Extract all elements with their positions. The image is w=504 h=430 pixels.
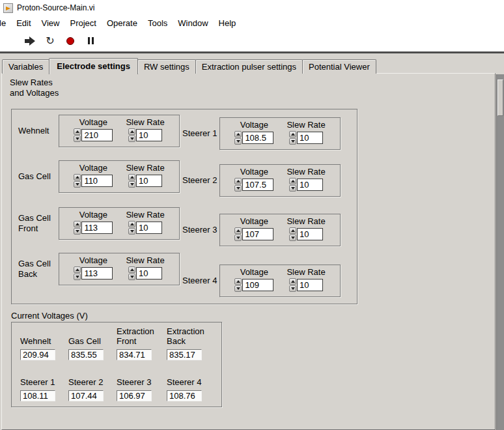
run-button[interactable]: [23, 35, 36, 48]
voltage-field[interactable]: 109: [242, 279, 273, 291]
voltage-increment-button[interactable]: [74, 221, 81, 227]
slew-decrement-button[interactable]: [128, 228, 135, 235]
tab-variables[interactable]: Variables: [2, 59, 49, 74]
voltage-field[interactable]: 113: [81, 267, 113, 280]
slew-rate-caption: Slew Rate: [126, 117, 164, 128]
slew-rate-field[interactable]: 10: [297, 279, 323, 291]
voltage-caption: Voltage: [240, 120, 268, 131]
cv-cell-extraction-back: Extraction Back 835.17: [167, 325, 217, 364]
menu-help[interactable]: Help: [214, 17, 242, 29]
slew-rate-caption: Slew Rate: [126, 255, 164, 266]
front-panel: Variables Electrode settings RW settings…: [0, 53, 504, 430]
slew-decrement-button[interactable]: [289, 185, 296, 192]
tab-rw-settings[interactable]: RW settings: [137, 59, 196, 74]
voltage-increment-button[interactable]: [234, 178, 242, 184]
slew-rate-caption: Slew Rate: [287, 167, 325, 178]
electrode-control-cluster: Voltage 110 Slew Rate 10: [59, 160, 180, 193]
cv-cell-extraction-front: Extraction Front 834.71: [117, 325, 167, 364]
abort-button[interactable]: [64, 35, 77, 48]
menu-project[interactable]: Project: [64, 17, 101, 29]
pause-button[interactable]: [84, 35, 97, 48]
slew-increment-button[interactable]: [289, 178, 296, 184]
slew-decrement-button[interactable]: [128, 274, 135, 280]
slew-increment-button[interactable]: [128, 266, 135, 273]
run-continuous-button[interactable]: ↻: [44, 35, 57, 48]
voltage-caption: Voltage: [79, 210, 107, 221]
voltage-increment-button[interactable]: [74, 266, 81, 273]
voltage-decrement-button[interactable]: [74, 181, 81, 188]
slew-rate-field[interactable]: 10: [136, 129, 162, 141]
slew-decrement-button[interactable]: [289, 285, 296, 292]
voltage-field[interactable]: 108.5: [242, 132, 273, 144]
electrode-control-cluster: Voltage 108.5 Slew Rate 10: [219, 117, 341, 150]
voltage-decrement-button[interactable]: [74, 274, 81, 280]
slew-increment-button[interactable]: [128, 128, 135, 135]
electrode-label: Gas Cell Front: [18, 213, 59, 233]
electrode-row-gas-cell-back: Gas Cell Back Voltage 113 Slew Rate: [18, 253, 180, 285]
scrollbar-thumb[interactable]: [497, 79, 503, 116]
menubar: le Edit View Project Operate Tools Windo…: [0, 16, 504, 30]
slew-increment-button[interactable]: [128, 174, 135, 180]
cv-label: Steerer 3: [117, 366, 167, 388]
cv-indicator: 209.94: [20, 349, 55, 360]
menu-edit[interactable]: Edit: [11, 17, 36, 29]
voltage-field[interactable]: 113: [81, 222, 113, 234]
cv-indicator: 108.76: [167, 390, 202, 401]
titlebar: Proton-Source-Main.vi: [0, 0, 504, 16]
electrode-row-steerer-3: Steerer 3 Voltage 107 Slew Rate: [182, 214, 341, 246]
voltage-caption: Voltage: [240, 267, 268, 278]
slew-rate-field[interactable]: 10: [136, 267, 162, 280]
menu-operate[interactable]: Operate: [102, 17, 143, 29]
cv-label: Wehnelt: [20, 325, 68, 347]
menu-tools[interactable]: Tools: [143, 17, 173, 29]
voltage-caption: Voltage: [79, 117, 107, 128]
slew-rate-field[interactable]: 10: [297, 228, 323, 240]
voltage-field[interactable]: 110: [81, 175, 113, 187]
slew-rate-field[interactable]: 10: [136, 222, 162, 234]
abort-icon: [66, 37, 74, 45]
tab-potential-viewer[interactable]: Potential Viewer: [302, 59, 376, 74]
slew-decrement-button[interactable]: [289, 235, 296, 241]
cv-label: Extraction Back: [167, 325, 217, 347]
voltage-decrement-button[interactable]: [234, 185, 242, 192]
slew-rate-field[interactable]: 10: [297, 132, 323, 144]
voltage-field[interactable]: 210: [81, 129, 113, 141]
voltage-decrement-button[interactable]: [74, 228, 81, 235]
slew-decrement-button[interactable]: [128, 181, 135, 188]
slew-increment-button[interactable]: [289, 227, 296, 234]
electrode-label: Steerer 4: [182, 276, 219, 286]
voltage-increment-button[interactable]: [234, 278, 242, 285]
slew-rate-field[interactable]: 10: [136, 175, 162, 187]
cv-cell-steerer-4: Steerer 4 108.76: [167, 366, 217, 405]
voltage-field[interactable]: 107: [242, 228, 273, 240]
slew-decrement-button[interactable]: [128, 136, 135, 142]
electrode-row-steerer-1: Steerer 1 Voltage 108.5 Slew Rate: [182, 117, 341, 150]
voltage-decrement-button[interactable]: [74, 136, 81, 142]
slew-increment-button[interactable]: [289, 278, 296, 285]
electrode-row-steerer-4: Steerer 4 Voltage 109 Slew Rate: [182, 265, 341, 297]
voltage-decrement-button[interactable]: [234, 285, 242, 292]
slew-increment-button[interactable]: [128, 221, 135, 227]
voltage-decrement-button[interactable]: [234, 235, 242, 241]
slew-decrement-button[interactable]: [289, 138, 296, 145]
slew-increment-button[interactable]: [289, 131, 296, 137]
current-voltages-box: Wehnelt 209.94 Gas Cell 835.55 Extractio…: [11, 322, 222, 407]
menu-file-partial[interactable]: le: [0, 17, 11, 29]
voltage-field[interactable]: 107.5: [242, 179, 273, 191]
electrode-control-cluster: Voltage 113 Slew Rate 10: [59, 253, 180, 285]
slew-rate-field[interactable]: 10: [297, 179, 323, 191]
tab-electrode-settings[interactable]: Electrode settings: [49, 58, 138, 74]
cv-indicator: 834.71: [117, 349, 152, 360]
electrode-label: Steerer 2: [182, 175, 219, 186]
voltage-increment-button[interactable]: [74, 128, 81, 135]
slew-rate-caption: Slew Rate: [126, 163, 164, 174]
voltage-increment-button[interactable]: [234, 227, 242, 234]
tab-extraction-pulser-settings[interactable]: Extraction pulser settings: [195, 59, 303, 74]
menu-window[interactable]: Window: [173, 17, 213, 29]
voltage-decrement-button[interactable]: [234, 138, 242, 145]
voltage-increment-button[interactable]: [234, 131, 242, 137]
menu-view[interactable]: View: [36, 17, 65, 29]
voltage-increment-button[interactable]: [74, 174, 81, 180]
run-arrow-icon: [24, 36, 36, 46]
vertical-scrollbar[interactable]: [496, 74, 504, 430]
